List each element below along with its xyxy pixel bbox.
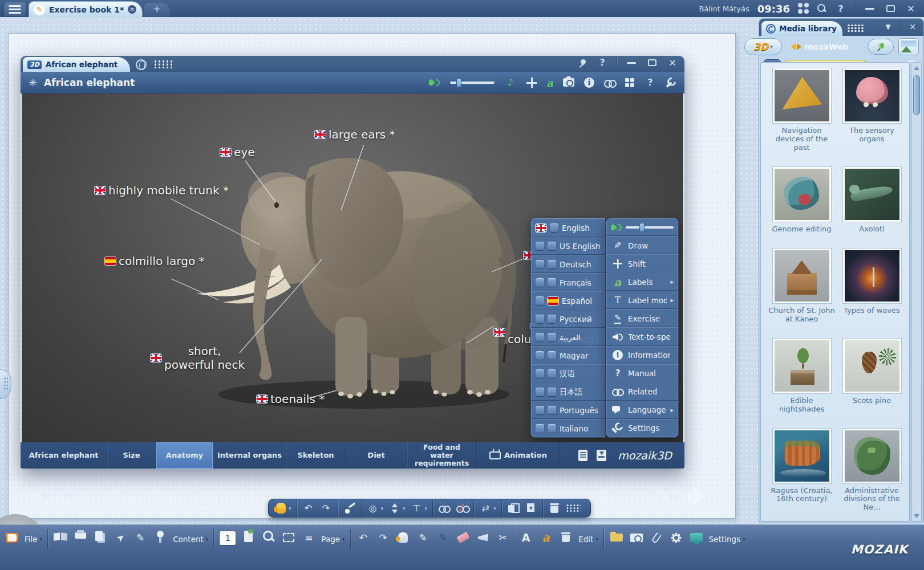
copy-page-icon[interactable]: [507, 502, 520, 515]
camera-icon[interactable]: [563, 78, 574, 87]
prev-page-arrow-icon[interactable]: [660, 487, 681, 506]
3d-source-button[interactable]: 3D: [744, 38, 782, 55]
language-checkbox[interactable]: [536, 333, 544, 341]
pin-results-button[interactable]: [868, 39, 894, 55]
media-scrollbar[interactable]: [911, 62, 922, 522]
language-checkbox[interactable]: [536, 278, 544, 287]
volume-slider-knob[interactable]: [456, 78, 461, 87]
close-panel-icon[interactable]: [906, 21, 919, 33]
settings-menu[interactable]: Settings: [709, 529, 745, 549]
prev-page-arrow-icon[interactable]: [34, 486, 55, 504]
save-page-icon[interactable]: [525, 502, 537, 515]
language-checkbox[interactable]: [550, 223, 558, 232]
context-menu-item[interactable]: Related: [606, 382, 678, 401]
user-name[interactable]: Bálint Mátyás: [699, 5, 749, 13]
language-checkbox[interactable]: [536, 296, 544, 305]
next-page-arrow-icon[interactable]: [60, 486, 81, 504]
language-menu-item[interactable]: Italiano: [531, 419, 605, 437]
chevron-down-icon[interactable]: [403, 506, 406, 511]
media-item[interactable]: Axolotl: [837, 167, 907, 234]
media-thumbnail[interactable]: [773, 167, 831, 222]
language-checkbox[interactable]: [548, 333, 556, 341]
media-thumbnail[interactable]: [843, 429, 901, 483]
language-menu-item[interactable]: US English: [531, 237, 605, 255]
snapshot-icon[interactable]: [629, 529, 644, 546]
close-button[interactable]: [905, 2, 917, 15]
language-menu-item[interactable]: Magyar: [531, 346, 605, 364]
link-icon[interactable]: [604, 79, 615, 87]
hand-tool-icon[interactable]: [274, 502, 287, 515]
pin-icon[interactable]: [579, 58, 588, 67]
move-icon[interactable]: [526, 78, 537, 88]
restore-button[interactable]: [884, 2, 897, 15]
media-thumbnail[interactable]: [843, 167, 901, 222]
language-menu-item[interactable]: 日本語: [531, 382, 605, 401]
language-menu-item[interactable]: Português: [531, 401, 605, 419]
section-tab[interactable]: Food and water requirements: [407, 442, 477, 469]
window-close-button[interactable]: [666, 56, 679, 69]
language-checkbox[interactable]: [536, 315, 544, 323]
context-menu-item[interactable]: Exercise: [606, 309, 678, 327]
section-tab[interactable]: Diet: [346, 442, 407, 469]
media-item[interactable]: Navigation devices of the past: [767, 68, 837, 152]
pen-styles-icon[interactable]: [496, 529, 510, 546]
page-list-icon[interactable]: [301, 529, 316, 546]
media-thumbnail[interactable]: [843, 339, 901, 393]
page-number-input[interactable]: [219, 531, 236, 545]
media-thumbnail[interactable]: [773, 249, 831, 303]
toolbar-grip-icon[interactable]: [566, 504, 581, 513]
hand-tool-icon[interactable]: [396, 529, 411, 546]
anatomy-label[interactable]: highly mobile trunk *: [95, 184, 229, 197]
documents-icon[interactable]: [93, 529, 108, 546]
scroll-down-icon[interactable]: [912, 511, 921, 521]
open-book-icon[interactable]: [53, 529, 68, 546]
gear-icon[interactable]: [669, 529, 684, 546]
next-page-arrow-icon[interactable]: [687, 487, 707, 506]
language-menu-item[interactable]: Deutsch: [531, 255, 605, 273]
language-checkbox[interactable]: [536, 388, 544, 396]
section-tab[interactable]: African elephant: [21, 442, 107, 469]
content-menu[interactable]: Content: [173, 529, 208, 549]
language-checkbox[interactable]: [536, 224, 546, 232]
language-checkbox[interactable]: [548, 406, 556, 414]
language-menu-item[interactable]: Español: [531, 291, 605, 310]
undo-icon[interactable]: [302, 502, 315, 515]
drag-handle-dots-icon[interactable]: [153, 60, 174, 68]
viewer-tab[interactable]: 3D African elephant: [23, 57, 130, 72]
display-icon[interactable]: [689, 529, 704, 546]
media-item[interactable]: Scots pine: [837, 339, 907, 414]
media-thumbnail[interactable]: [773, 339, 831, 393]
eraser-icon[interactable]: [476, 529, 491, 546]
language-menu-item[interactable]: Français: [531, 273, 605, 291]
edit-menu[interactable]: Edit: [578, 529, 598, 549]
language-checkbox[interactable]: [548, 424, 556, 433]
language-checkbox[interactable]: [548, 260, 556, 268]
language-checkbox[interactable]: [536, 369, 544, 378]
context-menu-item[interactable]: Manual: [606, 364, 678, 382]
volume-icon[interactable]: [611, 223, 622, 232]
image-gallery-button[interactable]: [898, 38, 919, 55]
language-menu-item[interactable]: العربية: [531, 328, 605, 346]
chevron-down-icon[interactable]: [493, 506, 496, 511]
globe-icon[interactable]: [136, 59, 147, 70]
section-tab[interactable]: Anatomy: [156, 442, 213, 469]
help-icon[interactable]: [834, 2, 847, 15]
anatomy-label[interactable]: short, powerful neck: [151, 344, 245, 372]
zoom-icon[interactable]: [261, 529, 276, 546]
menu-volume-slider[interactable]: [626, 226, 674, 229]
volume-icon[interactable]: [429, 78, 440, 87]
language-checkbox[interactable]: [548, 315, 556, 323]
media-thumbnail[interactable]: [773, 429, 831, 483]
tab-close-icon[interactable]: [128, 5, 136, 14]
language-menu-item[interactable]: 汉语: [531, 364, 605, 382]
minimize-button[interactable]: [864, 2, 876, 15]
context-menu-item[interactable]: Text-to-speech: [606, 327, 678, 345]
language-checkbox[interactable]: [548, 388, 556, 396]
trash-icon[interactable]: [558, 529, 573, 546]
drag-handle-dots-icon[interactable]: [847, 24, 864, 32]
bookmark-page-icon[interactable]: [241, 529, 256, 546]
folder-sync-icon[interactable]: [609, 529, 624, 546]
chevron-down-icon[interactable]: [381, 506, 384, 511]
redo-icon[interactable]: [376, 529, 391, 546]
language-checkbox[interactable]: [548, 297, 558, 305]
